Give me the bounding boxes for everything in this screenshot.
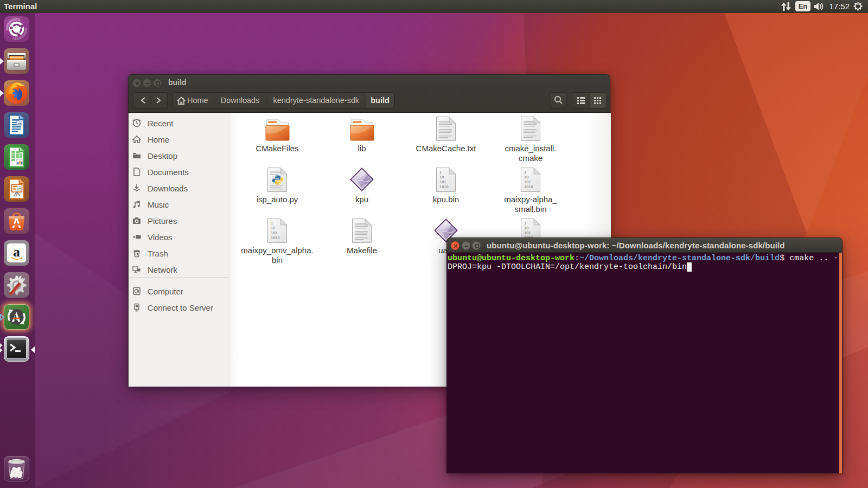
svg-text:1010: 1010 (271, 235, 280, 240)
svg-text:101: 101 (524, 179, 531, 184)
svg-text:10: 10 (439, 175, 444, 179)
svg-text:1: 1 (271, 221, 273, 226)
svg-text:101: 101 (271, 230, 278, 235)
svg-text:1: 1 (524, 170, 526, 175)
svg-text:1010: 1010 (524, 184, 533, 189)
svg-text:1010: 1010 (439, 184, 449, 189)
svg-text:1: 1 (524, 221, 526, 226)
svg-text:10: 10 (271, 226, 275, 230)
svg-text:1: 1 (439, 170, 442, 175)
svg-text:A: A (12, 216, 21, 230)
svg-text:101: 101 (524, 230, 531, 235)
svg-text:10: 10 (524, 175, 528, 179)
svg-text:10: 10 (524, 226, 528, 230)
svg-text:101: 101 (439, 179, 446, 184)
svg-text:a: a (13, 244, 20, 260)
